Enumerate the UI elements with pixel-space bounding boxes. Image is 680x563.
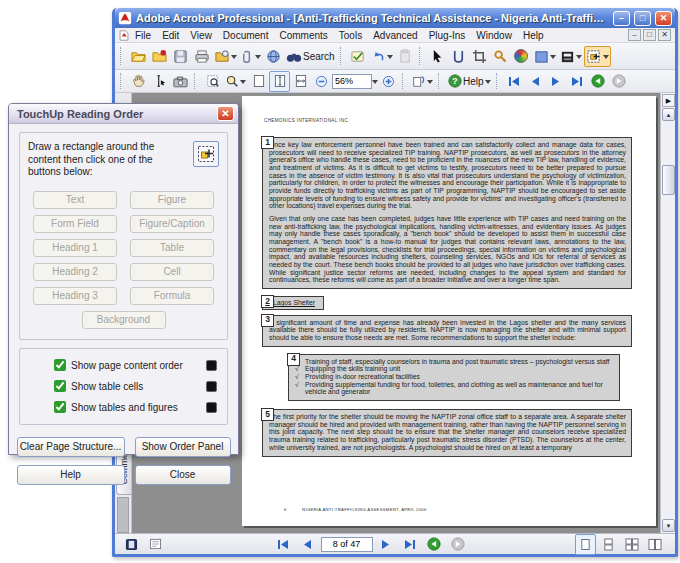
actual-size-button[interactable] — [248, 71, 269, 92]
toolbar-grip[interactable] — [340, 47, 344, 65]
dialog-titlebar[interactable]: TouchUp Reading Order ✕ — [9, 104, 238, 124]
toolbar-grip[interactable] — [120, 73, 124, 88]
scrollbar-thumb[interactable] — [662, 165, 675, 195]
fit-width-button[interactable] — [290, 71, 311, 92]
previous-page-button[interactable] — [297, 534, 318, 555]
table-cells-color-swatch[interactable] — [206, 381, 217, 392]
show-tables-figures-checkbox[interactable] — [54, 401, 66, 413]
undo-button[interactable] — [369, 46, 395, 67]
hide-pane-arrow-icon[interactable]: ▶ — [662, 94, 675, 107]
review-comment-button[interactable] — [348, 46, 369, 67]
tables-figures-color-swatch[interactable] — [206, 402, 217, 413]
text-tag-button[interactable]: Text — [33, 191, 117, 209]
next-view-button[interactable] — [609, 71, 630, 92]
toolbar-grip[interactable] — [419, 47, 423, 65]
reading-order-region-4[interactable]: 4 √Training of staff, especially counsel… — [288, 354, 620, 401]
background-tag-button[interactable]: Background — [82, 311, 166, 329]
doc-restore-button[interactable]: □ — [643, 29, 656, 41]
first-page-button[interactable] — [273, 534, 294, 555]
zoom-level-input[interactable] — [332, 74, 372, 89]
scroll-up-button[interactable]: ▲ — [662, 108, 675, 121]
last-page-button[interactable] — [567, 71, 588, 92]
zoom-out-button[interactable] — [311, 71, 332, 92]
organizer-button[interactable] — [212, 46, 239, 67]
select-tool-button[interactable] — [427, 46, 448, 67]
show-table-cells-checkbox[interactable] — [54, 380, 66, 392]
figure-tag-button[interactable]: Figure — [130, 191, 214, 209]
doc-close-button[interactable]: ✕ — [658, 29, 671, 41]
dialog-close-button[interactable]: ✕ — [217, 106, 234, 121]
next-page-button[interactable] — [376, 534, 397, 555]
window-titlebar[interactable]: Adobe Acrobat Professional - [Anti-Traff… — [115, 8, 675, 28]
show-page-content-order-checkbox[interactable] — [54, 359, 66, 371]
menu-window[interactable]: Window — [471, 29, 517, 42]
heading2-tag-button[interactable]: Heading 2 — [33, 263, 117, 281]
menu-document[interactable]: Document — [218, 29, 274, 42]
heading1-tag-button[interactable]: Heading 1 — [33, 239, 117, 257]
print-button[interactable] — [191, 46, 212, 67]
maximize-button[interactable]: □ — [634, 11, 651, 26]
reading-order-region-3[interactable]: 3 A significant amount of time and expen… — [262, 315, 632, 347]
select-text-button[interactable] — [149, 71, 170, 92]
page-number-input[interactable] — [321, 537, 373, 552]
toolbar-grip[interactable] — [194, 73, 198, 88]
toolbar-grip[interactable] — [496, 73, 500, 88]
zoom-tool-button[interactable] — [223, 71, 248, 92]
show-order-panel-button[interactable]: Show Order Panel — [135, 437, 231, 457]
menu-plugins[interactable]: Plug-Ins — [424, 29, 471, 42]
save-button[interactable] — [170, 46, 191, 67]
content-order-color-swatch[interactable] — [206, 360, 217, 371]
email-button[interactable] — [263, 46, 284, 67]
figure-caption-tag-button[interactable]: Figure/Caption — [130, 215, 214, 233]
page-view-menu-button[interactable] — [145, 534, 166, 555]
reading-order-tool-button[interactable] — [193, 141, 219, 167]
toolbar-grip[interactable] — [402, 73, 406, 88]
menu-advanced[interactable]: Advanced — [368, 29, 422, 42]
movie-tool-button[interactable] — [558, 46, 584, 67]
menu-file[interactable]: File — [130, 29, 156, 42]
pages-panel-button[interactable] — [532, 46, 558, 67]
last-page-button[interactable] — [400, 534, 421, 555]
vertical-scrollbar[interactable]: ▶ ▲ ▼ — [660, 93, 675, 533]
minimize-button[interactable]: – — [613, 11, 630, 26]
menu-tools[interactable]: Tools — [334, 29, 367, 42]
open-button[interactable] — [128, 46, 149, 67]
reading-order-region-5[interactable]: 5 The first priority for the shelter sho… — [262, 409, 632, 456]
paste-button[interactable] — [395, 46, 416, 67]
document-status-button[interactable] — [121, 534, 142, 555]
doc-minimize-button[interactable]: – — [628, 29, 641, 41]
reading-order-region-2[interactable]: 2 Lagos Shelter — [262, 296, 324, 310]
menu-view[interactable]: View — [185, 29, 217, 42]
reading-order-region-1[interactable]: 1 Once key law enforcement personnel hav… — [262, 137, 632, 289]
rotate-view-button[interactable] — [410, 71, 435, 92]
dialog-help-button[interactable]: Help — [17, 465, 125, 485]
menu-help[interactable]: Help — [518, 29, 549, 42]
toolbar-grip[interactable] — [438, 73, 442, 88]
form-field-tag-button[interactable]: Form Field — [33, 215, 117, 233]
first-page-button[interactable] — [504, 71, 525, 92]
zoom-in-button[interactable] — [378, 71, 399, 92]
cell-tag-button[interactable]: Cell — [130, 263, 214, 281]
previous-view-button[interactable] — [424, 534, 445, 555]
close-button[interactable]: ✕ — [655, 11, 672, 26]
menu-comments[interactable]: Comments — [274, 29, 332, 42]
previous-page-button[interactable] — [525, 71, 546, 92]
table-tag-button[interactable]: Table — [130, 239, 214, 257]
snapshot-tool-button[interactable] — [170, 71, 191, 92]
next-page-button[interactable] — [546, 71, 567, 92]
zoom-region-button[interactable] — [202, 71, 223, 92]
help-button[interactable]: ?Help — [446, 71, 493, 92]
scroll-down-button[interactable]: ▼ — [662, 519, 675, 532]
crop-tool-button[interactable] — [469, 46, 490, 67]
single-page-button[interactable] — [575, 534, 596, 555]
create-pdf-button[interactable] — [149, 46, 170, 67]
heading3-tag-button[interactable]: Heading 3 — [33, 287, 117, 305]
menu-edit[interactable]: Edit — [157, 29, 184, 42]
fit-page-button[interactable] — [269, 71, 290, 92]
toolbar-grip[interactable] — [120, 47, 124, 65]
facing-button[interactable] — [644, 534, 665, 555]
formula-tag-button[interactable]: Formula — [130, 287, 214, 305]
dialog-close-action-button[interactable]: Close — [135, 465, 231, 485]
touchup-reading-order-button[interactable] — [584, 46, 611, 67]
clear-page-structure-button[interactable]: Clear Page Structure... — [17, 437, 125, 457]
